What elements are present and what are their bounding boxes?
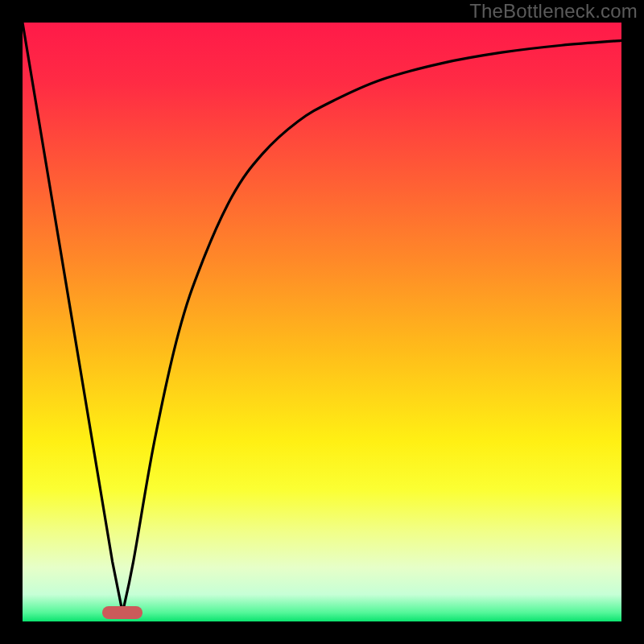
bottleneck-curve xyxy=(23,23,621,621)
watermark-text: TheBottleneck.com xyxy=(469,0,638,23)
optimum-marker xyxy=(102,606,142,619)
chart-frame: TheBottleneck.com xyxy=(0,0,644,644)
plot-area xyxy=(23,23,621,621)
